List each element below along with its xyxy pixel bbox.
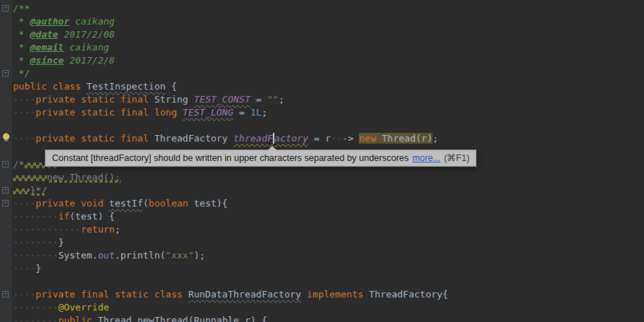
code-line[interactable]: * @email caikang	[13, 41, 644, 54]
code-token: out	[97, 250, 114, 261]
editor-gutter[interactable]: −−−−−−	[0, 0, 12, 322]
code-token: ····	[13, 133, 35, 144]
fold-marker-icon[interactable]: −	[2, 200, 9, 206]
code-token: testIf	[109, 198, 143, 209]
code-token: TEST_LONG	[183, 107, 233, 118]
code-line[interactable]: * @author caikang	[13, 15, 644, 28]
code-line[interactable]: ········System.out.println("xxx");	[13, 249, 644, 262]
code-token: ;	[115, 224, 121, 235]
code-token: *	[13, 16, 30, 27]
code-token: actory	[274, 133, 308, 144]
code-token: Thread(r)	[376, 133, 432, 144]
code-token: ;	[279, 94, 284, 105]
code-line[interactable]: ····private void testIf(boolean test){	[13, 197, 644, 210]
code-token: public class	[13, 81, 87, 92]
code-line[interactable]: ····private final static class RunDataTh…	[13, 288, 644, 301]
code-token: private void	[35, 198, 109, 209]
code-token: ····	[13, 94, 35, 105]
inspection-tooltip: Constant [threadFactory] should be writt…	[45, 149, 477, 167]
code-line[interactable]	[13, 119, 644, 132]
code-line[interactable]: }*/	[13, 184, 644, 197]
code-token: /*	[13, 159, 25, 170]
code-token: caikang	[64, 42, 109, 53]
code-line[interactable]: ····private static final long TEST_LONG …	[13, 106, 644, 119]
code-line[interactable]	[13, 275, 644, 288]
code-line[interactable]: new Thread();	[13, 171, 644, 184]
code-token: ········	[13, 211, 58, 222]
tooltip-shortcut: (⌘F1)	[444, 152, 469, 165]
code-token: ········	[13, 302, 58, 313]
fold-marker-icon[interactable]: −	[2, 291, 9, 297]
code-token: =	[233, 107, 250, 118]
code-token: }*/	[30, 185, 46, 196]
code-token: boolean	[149, 198, 188, 209]
code-token: test){	[188, 198, 228, 209]
code-token	[301, 289, 307, 300]
code-line[interactable]: ········@Override	[13, 301, 644, 314]
code-token: ············	[13, 224, 81, 235]
code-token: );	[194, 250, 206, 261]
code-line[interactable]: */	[13, 67, 644, 80]
code-token: @author	[30, 16, 69, 27]
fold-marker-icon[interactable]: −	[2, 5, 9, 12]
code-token: newThread	[137, 315, 188, 322]
code-token	[13, 172, 47, 183]
code-token: ··	[331, 133, 342, 144]
code-token: = r	[308, 133, 331, 144]
code-token: new Thread();	[47, 172, 121, 183]
code-line[interactable]: ············return;	[13, 223, 644, 236]
code-token	[13, 185, 30, 196]
code-line[interactable]: ········if(test) {	[13, 210, 644, 223]
code-line[interactable]: ········public Thread newThread(Runnable…	[13, 314, 644, 322]
code-token: caikang	[69, 16, 115, 27]
code-line[interactable]: ····private static final String TEST_CON…	[13, 93, 644, 106]
code-token: ThreadFactory	[155, 133, 234, 144]
code-token: *	[13, 55, 30, 66]
code-token: private static final	[35, 107, 154, 118]
code-line[interactable]: ····private static final ThreadFactory t…	[13, 132, 644, 145]
code-token: ;	[261, 107, 267, 118]
code-token: */	[13, 68, 30, 79]
code-token: 2017/2/8	[64, 55, 114, 66]
code-line[interactable]: ········}	[13, 236, 644, 249]
code-token: =	[251, 94, 267, 105]
code-token: private static final	[35, 94, 154, 105]
code-token: return	[81, 224, 115, 235]
code-line[interactable]: public class TestInspection {	[13, 80, 644, 93]
code-line[interactable]: * @since 2017/2/8	[13, 54, 644, 67]
tooltip-more-link[interactable]: more...	[412, 152, 440, 165]
code-token: ····	[13, 289, 35, 300]
code-token: public	[58, 315, 98, 322]
code-token: }	[35, 263, 41, 274]
code-token: long	[155, 107, 183, 118]
fold-marker-icon[interactable]: −	[2, 187, 9, 193]
code-token: @email	[30, 42, 64, 53]
code-token: ········	[13, 315, 58, 322]
code-token: ThreadFactory{	[363, 289, 448, 300]
code-token: implements	[307, 289, 363, 300]
code-token: @since	[30, 55, 64, 66]
code-line[interactable]: * @date 2017/2/08	[13, 28, 644, 41]
code-token: (test) {	[69, 211, 115, 222]
fold-marker-icon[interactable]: −	[2, 161, 9, 167]
ide-editor: −−−−−− /** * @author caikang * @date 201…	[0, 0, 644, 322]
code-token: System.	[58, 250, 98, 261]
code-token: }	[58, 237, 64, 248]
code-token: private static final	[35, 133, 154, 144]
code-token: ""	[267, 94, 279, 105]
code-token: RunDataThreadFactory	[188, 289, 302, 300]
code-line[interactable]: /**	[13, 2, 644, 15]
fold-marker-icon[interactable]: −	[2, 70, 9, 77]
code-token: ········	[13, 237, 58, 248]
code-token: .println(	[115, 250, 165, 261]
code-line[interactable]: ····}	[13, 262, 644, 275]
code-token: @Override	[58, 302, 109, 313]
code-token: /**	[13, 3, 30, 14]
tooltip-message: Constant [threadFactory] should be writt…	[52, 152, 409, 165]
code-token: TestInspection	[87, 81, 166, 92]
code-token: ->	[342, 133, 359, 144]
code-token: private final static class	[35, 289, 188, 300]
code-token: 1L	[251, 107, 262, 118]
intention-bulb-icon[interactable]	[1, 133, 11, 142]
code-token: String	[155, 94, 194, 105]
